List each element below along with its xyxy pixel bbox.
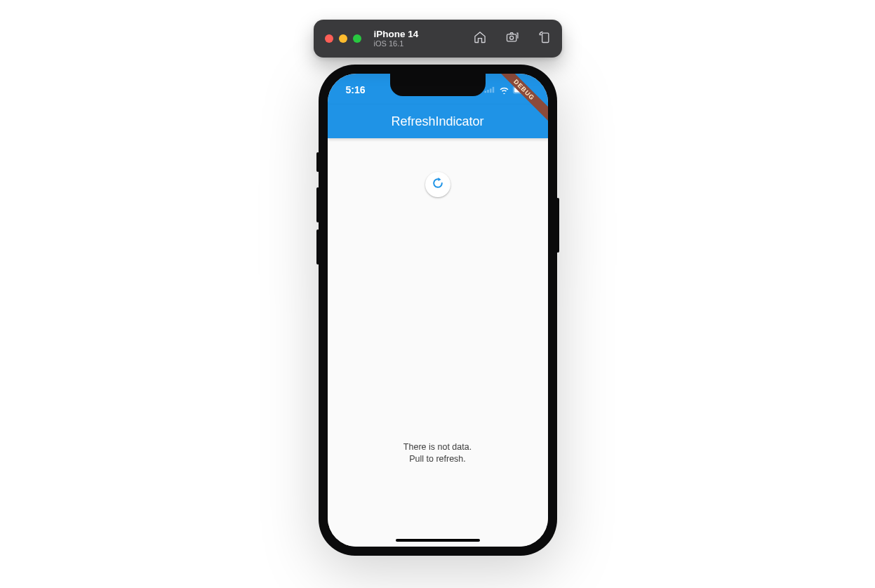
refresh-indicator <box>425 172 450 197</box>
maximize-window-button[interactable] <box>353 34 361 43</box>
minimize-window-button[interactable] <box>339 34 347 43</box>
simulator-os-version: iOS 16.1 <box>374 39 419 48</box>
status-bar-time: 5:16 <box>346 84 366 95</box>
home-icon <box>473 30 487 47</box>
power-button <box>556 198 559 253</box>
empty-state-message: There is not data. Pull to refresh. <box>328 441 548 465</box>
simulator-title-block: iPhone 14 iOS 16.1 <box>374 29 419 48</box>
app-bar: RefreshIndicator <box>328 105 548 138</box>
rotate-button[interactable] <box>537 31 552 46</box>
simulator-device-name: iPhone 14 <box>374 29 419 40</box>
app-bar-title: RefreshIndicator <box>391 114 483 129</box>
svg-rect-5 <box>490 88 492 93</box>
svg-rect-0 <box>507 34 516 41</box>
empty-state-line-2: Pull to refresh. <box>328 453 548 465</box>
phone-simulator: DEBUG 5:16 <box>319 65 557 556</box>
mute-switch <box>316 152 319 172</box>
empty-state-line-1: There is not data. <box>328 441 548 453</box>
phone-screen[interactable]: 5:16 <box>328 74 548 547</box>
home-indicator[interactable] <box>396 539 480 542</box>
close-window-button[interactable] <box>325 34 333 43</box>
battery-icon <box>513 86 530 94</box>
screenshot-button[interactable] <box>505 31 520 46</box>
status-bar-icons <box>484 86 530 94</box>
svg-rect-2 <box>542 33 548 42</box>
display-notch <box>390 74 486 96</box>
svg-rect-9 <box>527 88 528 91</box>
svg-rect-6 <box>492 87 494 93</box>
svg-rect-3 <box>484 91 486 93</box>
svg-rect-8 <box>514 87 526 92</box>
window-traffic-lights <box>325 34 361 43</box>
volume-up-button <box>316 187 319 222</box>
simulator-control-bar: iPhone 14 iOS 16.1 <box>314 20 562 58</box>
refresh-icon <box>431 176 445 193</box>
wifi-icon <box>499 86 509 94</box>
volume-down-button <box>316 229 319 265</box>
camera-icon <box>505 30 519 47</box>
svg-rect-4 <box>487 90 489 93</box>
cellular-signal-icon <box>484 86 495 93</box>
svg-point-1 <box>509 36 513 39</box>
content-area[interactable]: There is not data. Pull to refresh. <box>328 138 548 547</box>
home-button[interactable] <box>472 31 488 46</box>
rotate-icon <box>537 30 552 47</box>
phone-frame: DEBUG 5:16 <box>319 65 557 556</box>
simulator-action-buttons <box>472 31 552 46</box>
